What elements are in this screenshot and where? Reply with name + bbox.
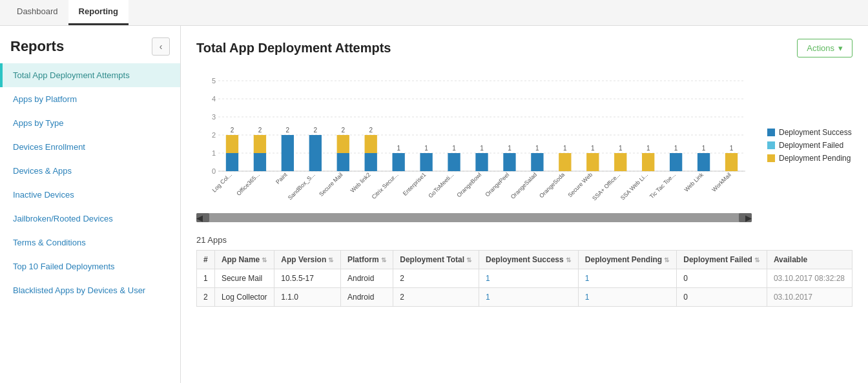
actions-button[interactable]: Actions ▾ (797, 39, 852, 57)
col-header-available: Available (767, 251, 852, 269)
col-header-pending[interactable]: Deployment Pending⇅ (578, 251, 676, 269)
sidebar-item-apps-by-platform[interactable]: Apps by Platform (0, 87, 180, 111)
cell-success-1[interactable]: 1 (479, 269, 578, 288)
svg-rect-14 (226, 135, 238, 153)
sort-icon-version: ⇅ (328, 256, 333, 264)
svg-text:2: 2 (231, 127, 234, 134)
table-header-row: # App Name⇅ App Version⇅ Platform⇅ Deplo… (197, 251, 852, 269)
sort-icon-total: ⇅ (466, 256, 471, 264)
cell-num-2: 2 (197, 288, 215, 307)
svg-text:Enterprise1: Enterprise1 (402, 171, 428, 197)
sidebar-item-jailbroken-devices[interactable]: Jailbroken/Rooted Devices (0, 207, 180, 231)
svg-text:2: 2 (341, 127, 345, 134)
chart-legend: Deployment Success Deployment Failed Dep… (762, 68, 852, 222)
table-row: 1 Secure Mail 10.5.5-17 Android 2 1 1 0 … (197, 269, 852, 288)
cell-success-2[interactable]: 1 (479, 288, 578, 307)
content-header: Total App Deployment Attempts Actions ▾ (181, 26, 868, 68)
svg-rect-50 (531, 153, 543, 171)
sort-icon-failed: ⇅ (754, 256, 760, 264)
svg-rect-28 (337, 135, 349, 153)
svg-text:3: 3 (212, 113, 216, 121)
svg-text:SSA Web Li...: SSA Web Li... (619, 171, 649, 201)
sidebar-item-apps-by-type[interactable]: Apps by Type (0, 111, 180, 135)
page-title: Total App Deployment Attempts (196, 41, 391, 56)
cell-pending-1[interactable]: 1 (578, 269, 676, 288)
legend-item-failed: Deployment Failed (767, 141, 852, 150)
sidebar-item-devices-enrollment[interactable]: Devices Enrollment (0, 135, 180, 159)
svg-rect-56 (586, 153, 599, 171)
sidebar-item-total-app-deployment[interactable]: Total App Deployment Attempts (0, 63, 180, 87)
svg-text:Paint: Paint (274, 171, 289, 185)
svg-rect-24 (309, 135, 322, 171)
col-header-appname[interactable]: App Name⇅ (214, 251, 274, 269)
svg-text:SandBox_S...: SandBox_S... (287, 171, 316, 201)
legend-label-success: Deployment Success (779, 128, 852, 137)
svg-text:2: 2 (286, 127, 290, 134)
collapse-button[interactable]: ‹ (152, 37, 170, 56)
chart-wrap: 0123452Log Col...2Office365...2Paint2San… (196, 68, 852, 222)
svg-rect-62 (642, 153, 654, 171)
chart-container: 0123452Log Col...2Office365...2Paint2San… (181, 68, 868, 229)
svg-rect-31 (365, 153, 377, 171)
svg-text:1: 1 (591, 145, 595, 152)
main-layout: Reports ‹ Total App Deployment Attempts … (0, 26, 868, 383)
legend-item-pending: Deployment Pending (767, 154, 852, 163)
sidebar-item-top10-failed[interactable]: Top 10 Failed Deployments (0, 254, 180, 278)
table-count: 21 Apps (196, 235, 852, 245)
col-header-version[interactable]: App Version⇅ (274, 251, 341, 269)
svg-rect-21 (282, 135, 294, 171)
svg-text:0: 0 (212, 167, 216, 175)
chevron-down-icon: ▾ (838, 43, 843, 53)
col-header-success[interactable]: Deployment Success⇅ (479, 251, 578, 269)
svg-text:1: 1 (702, 145, 706, 152)
legend-color-pending (767, 154, 775, 162)
table-row: 2 Log Collector 1.1.0 Android 2 1 1 0 03… (197, 288, 852, 307)
sidebar-item-devices-apps[interactable]: Devices & Apps (0, 159, 180, 183)
table-body: 1 Secure Mail 10.5.5-17 Android 2 1 1 0 … (197, 269, 852, 307)
svg-text:1: 1 (452, 145, 456, 152)
scrollbar-left-arrow[interactable]: ◀ (196, 213, 209, 222)
col-header-total[interactable]: Deployment Total⇅ (393, 251, 479, 269)
svg-rect-38 (420, 153, 432, 171)
scrollbar-right-arrow[interactable]: ▶ (739, 213, 752, 222)
svg-rect-35 (392, 153, 404, 171)
legend-label-pending: Deployment Pending (779, 154, 851, 163)
col-header-platform[interactable]: Platform⇅ (340, 251, 393, 269)
svg-rect-41 (448, 153, 460, 171)
svg-text:1: 1 (619, 145, 623, 152)
sidebar-item-terms-conditions[interactable]: Terms & Conditions (0, 231, 180, 254)
legend-label-failed: Deployment Failed (779, 141, 843, 150)
svg-text:1: 1 (508, 145, 512, 152)
svg-text:2: 2 (212, 131, 216, 139)
sidebar-item-blacklisted-apps[interactable]: Blacklisted Apps by Devices & User (0, 278, 180, 302)
content-area: Total App Deployment Attempts Actions ▾ … (181, 26, 868, 383)
svg-text:Secure Web: Secure Web (566, 171, 594, 198)
svg-rect-44 (475, 153, 488, 171)
svg-text:Tic Tac Toe...: Tic Tac Toe... (648, 171, 677, 200)
cell-total-1: 2 (393, 269, 479, 288)
top-nav: Dashboard Reporting (0, 0, 868, 26)
col-header-failed[interactable]: Deployment Failed⇅ (677, 251, 767, 269)
chart-main: 0123452Log Col...2Office365...2Paint2San… (196, 68, 752, 222)
svg-text:SSA+ Office...: SSA+ Office... (591, 171, 621, 202)
data-table: # App Name⇅ App Version⇅ Platform⇅ Deplo… (196, 250, 852, 307)
svg-rect-47 (503, 153, 515, 171)
svg-text:5: 5 (212, 77, 216, 85)
tab-reporting[interactable]: Reporting (68, 0, 129, 25)
chart-svg-wrap: 0123452Log Col...2Office365...2Paint2San… (196, 68, 752, 222)
sort-icon-platform: ⇅ (381, 256, 386, 264)
svg-text:1: 1 (424, 145, 428, 152)
cell-pending-2[interactable]: 1 (578, 288, 676, 307)
cell-total-2: 2 (393, 288, 479, 307)
svg-text:1: 1 (730, 145, 734, 152)
tab-dashboard[interactable]: Dashboard (6, 0, 68, 25)
cell-version-1: 10.5.5-17 (274, 269, 341, 288)
svg-text:GoToMeeti...: GoToMeeti... (427, 171, 455, 199)
svg-rect-18 (254, 135, 266, 153)
sidebar-item-inactive-devices[interactable]: Inactive Devices (0, 183, 180, 207)
svg-text:Citrix Secur...: Citrix Secur... (371, 171, 400, 200)
sort-icon-appname: ⇅ (262, 256, 267, 264)
cell-platform-1: Android (340, 269, 393, 288)
svg-text:1: 1 (674, 145, 678, 152)
svg-rect-53 (559, 153, 571, 171)
